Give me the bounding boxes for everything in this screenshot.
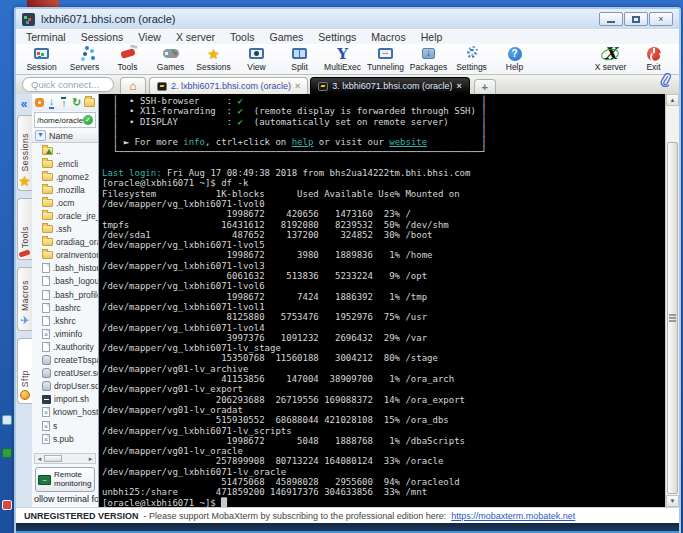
sidebar-tab-macros[interactable]: Macros [17,267,32,331]
toolbar-view-button[interactable]: View [235,44,278,74]
scroll-left-arrow[interactable]: ◂ [35,455,44,463]
file-row[interactable]: .. [32,144,98,157]
scroll-right-arrow[interactable]: ▸ [86,455,95,463]
tools-icon [120,48,135,59]
toolbar-help-button[interactable]: Help [493,44,536,74]
collapse-sidebar-button[interactable]: « [21,94,28,115]
toolbar-label: Packages [410,62,447,72]
file-row[interactable]: dropUser.sql [32,380,98,393]
menu-macros[interactable]: Macros [371,31,405,43]
toolbar-sessions-button[interactable]: Sessions [192,44,235,74]
paperclip-icon[interactable] [660,73,671,91]
file-row[interactable]: oradiag_oracle [32,236,98,249]
menu-sessions[interactable]: Sessions [81,31,124,43]
sftp-path[interactable]: /home/oracle/ [37,116,83,125]
terminal-line: │ • DISPLAY : ✔ (automatically set on re… [102,117,665,127]
scrollbar-track[interactable] [666,106,679,495]
sidebar-tab-tools[interactable]: Tools [17,198,32,260]
folder-icon[interactable] [84,98,95,107]
file-row[interactable]: .kshrc [32,314,98,327]
home-tab[interactable]: ⌂ [120,77,146,94]
file-row[interactable]: oraInventory [32,249,98,262]
settings-icon [467,49,476,58]
games-icon-box [163,46,179,61]
terminal-line: Filesystem 1K-blocks Used Available Use%… [102,189,665,199]
quick-connect-input[interactable] [22,77,114,92]
toolbar-tools-button[interactable]: Tools [106,44,149,74]
scroll-down-arrow[interactable]: ▼ [666,495,679,507]
terminal-icon [157,82,167,91]
menu-tools[interactable]: Tools [230,31,255,43]
sidebar-tab-sessions[interactable]: Sessions [17,115,32,191]
file-row[interactable]: import.sh [32,393,98,406]
file-row[interactable]: .ssh [32,223,98,236]
file-row[interactable]: .oracle_jre_us [32,209,98,222]
toolbar-split-button[interactable]: Split [278,44,321,74]
toolbar-exit-button[interactable]: Exit [632,44,675,74]
toolbar-x-server-button[interactable]: X server [589,44,632,74]
sftp-path-bar[interactable]: /home/oracle/ ✓ [34,112,96,128]
minimize-button[interactable] [599,12,623,26]
file-name: .viminfo [53,329,82,339]
file-row[interactable]: .mozilla [32,183,98,196]
toolbar-packages-button[interactable]: Packages [407,44,450,74]
check-icon: ✓ [83,115,93,125]
download-icon[interactable] [47,97,57,109]
file-row[interactable]: known_hosts [32,406,98,419]
file-row[interactable]: .gnome2 [32,170,98,183]
tab-close-icon[interactable]: × [295,81,300,91]
toolbar-tunneling-button[interactable]: Tunneling [364,44,407,74]
file-row[interactable]: createTbspace [32,354,98,367]
tab-close-icon[interactable]: × [456,81,461,91]
file-row[interactable]: s.pub [32,432,98,445]
upload-icon[interactable] [59,97,69,109]
vertical-scrollbar[interactable]: ▲ ▼ [665,94,679,507]
scroll-up-arrow[interactable]: ▲ [666,94,679,106]
file-row[interactable]: .bash_logout [32,275,98,288]
session-tab-3[interactable]: 3. lxbhi6071.bhsi.com (oracle)× [310,77,469,94]
file-name: .oracle_jre_us [56,211,98,221]
file-row[interactable]: .Xauthority [32,340,98,353]
menu-terminal[interactable]: Terminal [26,31,66,43]
menu-games[interactable]: Games [269,31,303,43]
menu-x-server[interactable]: X server [176,31,215,43]
file-row[interactable]: .bashrc [32,301,98,314]
toolbar-settings-button[interactable]: Settings [450,44,493,74]
mobatek-link[interactable]: https://mobaxterm.mobatek.net [451,511,575,521]
menu-help[interactable]: Help [421,31,443,43]
maximize-button[interactable] [624,12,648,26]
close-button[interactable]: × [649,12,673,26]
column-header-name[interactable]: ▼ Name [32,129,98,143]
file-row[interactable]: .emcli [32,157,98,170]
file-row[interactable]: creatUser.sql [32,367,98,380]
refresh-icon[interactable] [72,97,82,109]
file-icon [42,276,50,286]
remote-monitoring-button[interactable]: Remote monitoring [35,467,95,492]
file-row[interactable]: .bash_history [32,262,98,275]
file-row[interactable]: s [32,419,98,432]
toolbar-multiexec-button[interactable]: MultiExec [321,44,364,74]
file-name: dropUser.sql [54,381,98,391]
file-row[interactable]: .ocm [32,196,98,209]
sidebar-tab-sftp[interactable]: Sftp [17,338,32,404]
session-tab-2[interactable]: 2. lxbhi6071.bhsi.com (oracle)× [149,77,308,94]
menu-settings[interactable]: Settings [318,31,356,43]
file-icon [42,290,50,300]
h-scrollbar-thumb[interactable] [44,455,62,462]
phone-icon[interactable] [35,98,44,107]
toolbar-servers-button[interactable]: Servers [63,44,106,74]
toolbar-games-button[interactable]: Games [149,44,192,74]
terminal-line: /dev/sda1 487652 137200 324852 30% /boot [102,230,665,240]
menu-view[interactable]: View [138,31,161,43]
file-name: .gnome2 [56,172,89,182]
file-row[interactable]: .bash_profile [32,288,98,301]
exit-icon [647,47,661,61]
scrollbar-thumb[interactable] [667,142,678,494]
multiexec-icon-box [337,46,348,61]
file-row[interactable]: .viminfo [32,327,98,340]
horizontal-scrollbar[interactable]: ◂ ▸ [34,453,96,464]
terminal-line: 1998672 7424 1886392 1% /tmp [102,292,665,302]
toolbar-session-button[interactable]: Session [20,44,63,74]
new-tab-button[interactable]: + [474,79,496,94]
terminal-output[interactable]: │ • SSH-browser : ✔ │ │ • X11-forwarding… [99,94,665,507]
